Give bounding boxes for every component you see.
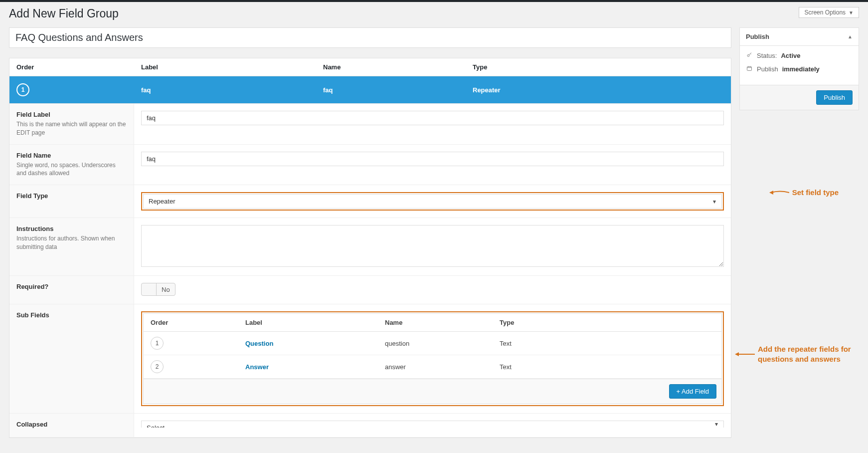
field-group-title-input[interactable]: [9, 27, 731, 48]
annotation-subfields: Add the repeater fields for questions an…: [758, 344, 858, 364]
screen-options-button[interactable]: Screen Options ▼: [799, 7, 859, 18]
subfields-table: Order Label Name Type 1 Question questio…: [143, 313, 722, 404]
subfield-label-link[interactable]: Question: [245, 340, 273, 347]
col-order: Order: [16, 63, 141, 71]
status-value: Active: [781, 52, 800, 59]
col-type: Type: [473, 63, 724, 71]
add-field-button[interactable]: + Add Field: [669, 384, 716, 399]
required-toggle[interactable]: No: [141, 283, 175, 296]
field-name: faq: [323, 86, 473, 94]
subfield-type: Text: [500, 363, 714, 371]
annotation-field-type: Set field type: [792, 188, 839, 197]
subfield-name: question: [385, 340, 500, 347]
page-title: Add New Field Group: [9, 7, 119, 20]
schedule-value: immediately: [782, 65, 820, 73]
arrow-left-icon: [735, 351, 755, 358]
screen-options-label: Screen Options: [804, 9, 846, 16]
field-label-hint: This is the name which will appear on th…: [16, 120, 127, 137]
subfield-order: 2: [151, 360, 164, 373]
collapsed-select[interactable]: [141, 421, 724, 428]
field-label-input[interactable]: [141, 111, 724, 125]
subfield-type: Text: [500, 340, 714, 347]
publish-title: Publish: [746, 33, 769, 40]
subfield-order: 1: [151, 337, 164, 350]
instructions-label: Instructions: [16, 225, 127, 232]
collapsed-label: Collapsed: [16, 421, 127, 428]
fields-table: Order Label Name Type 1 faq faq Repeater…: [9, 58, 731, 438]
field-label: faq: [141, 86, 323, 94]
field-name-input[interactable]: [141, 152, 724, 166]
required-label: Required?: [16, 283, 127, 290]
subfield-row[interactable]: 2 Answer answer Text: [144, 355, 721, 379]
field-row-active[interactable]: 1 faq faq Repeater: [9, 76, 731, 103]
field-name-hint: Single word, no spaces. Underscores and …: [16, 161, 127, 178]
sub-col-type: Type: [500, 319, 714, 326]
arrow-left-icon: [769, 189, 789, 196]
instructions-hint: Instructions for authors. Shown when sub…: [16, 234, 127, 251]
col-label: Label: [141, 63, 323, 71]
field-type-label: Field Type: [16, 192, 127, 200]
sub-col-order: Order: [151, 319, 245, 326]
field-type-select[interactable]: [143, 194, 722, 209]
field-label-label: Field Label: [16, 111, 127, 118]
instructions-textarea[interactable]: [141, 225, 724, 267]
required-value: No: [157, 286, 175, 293]
publish-metabox: Publish ▲ Status: Active: [739, 27, 859, 110]
sub-col-label: Label: [245, 319, 385, 326]
status-key: Status:: [757, 52, 777, 59]
chevron-down-icon: ▼: [849, 10, 854, 15]
field-name-label: Field Name: [16, 152, 127, 159]
publish-button[interactable]: Publish: [816, 90, 853, 105]
field-type: Repeater: [473, 86, 724, 94]
subfield-name: answer: [385, 363, 500, 371]
col-name: Name: [323, 63, 473, 71]
calendar-icon: [746, 65, 753, 73]
subfield-label-link[interactable]: Answer: [245, 363, 269, 371]
collapse-panel-icon[interactable]: ▲: [848, 34, 853, 39]
subfields-label: Sub Fields: [16, 311, 127, 319]
svg-rect-1: [747, 67, 752, 71]
order-badge: 1: [16, 83, 29, 96]
sub-col-name: Name: [385, 319, 500, 326]
key-icon: [746, 52, 753, 59]
schedule-key: Publish: [757, 65, 778, 73]
subfield-row[interactable]: 1 Question question Text: [144, 332, 721, 355]
